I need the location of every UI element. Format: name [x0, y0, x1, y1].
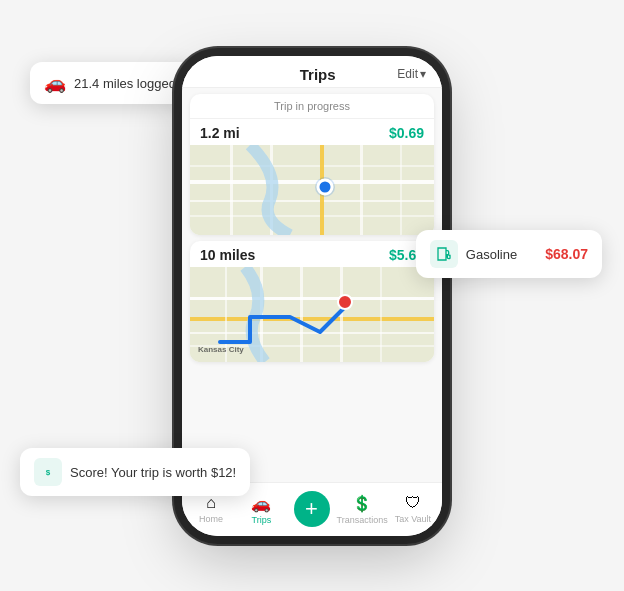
svg-rect-21 [380, 267, 382, 362]
trip-stats-row: 1.2 mi $0.69 [190, 119, 434, 145]
transactions-icon: 💲 [352, 494, 372, 513]
trip-in-progress-card[interactable]: Trip in progress 1.2 mi $0.69 [190, 94, 434, 235]
svg-rect-3 [190, 165, 434, 167]
nav-trips-label: Trips [251, 515, 271, 525]
svg-rect-0 [190, 145, 434, 235]
miles-logged-text: 21.4 miles logged. [74, 76, 180, 91]
completed-trip-distance: 10 miles [200, 247, 255, 263]
city-label: Kansas City [198, 345, 244, 354]
nav-tax-vault[interactable]: 🛡 Tax Vault [388, 494, 438, 524]
edit-button[interactable]: Edit ▾ [397, 67, 426, 81]
svg-point-11 [318, 180, 332, 194]
svg-rect-2 [190, 200, 434, 202]
svg-rect-4 [190, 215, 434, 217]
add-button[interactable]: + [294, 491, 330, 527]
nav-home[interactable]: ⌂ Home [186, 494, 236, 524]
score-icon: $ [34, 458, 62, 486]
trips-icon: 🚗 [251, 494, 271, 513]
trip-status-label: Trip in progress [190, 94, 434, 119]
trip-cost: $0.69 [389, 125, 424, 141]
svg-rect-9 [400, 145, 402, 235]
home-icon: ⌂ [206, 494, 216, 512]
svg-rect-1 [190, 180, 434, 184]
score-card: $ Score! Your trip is worth $12! [20, 448, 250, 496]
nav-tax-label: Tax Vault [395, 514, 431, 524]
svg-rect-5 [230, 145, 233, 235]
completed-trip-stats: 10 miles $5.61 [190, 241, 434, 267]
svg-text:$: $ [46, 468, 51, 477]
gasoline-icon [430, 240, 458, 268]
header-title: Trips [300, 66, 336, 83]
gasoline-amount: $68.07 [545, 246, 588, 262]
nav-transactions[interactable]: 💲 Transactions [337, 494, 388, 525]
trip-distance: 1.2 mi [200, 125, 240, 141]
nav-plus[interactable]: + [286, 491, 336, 527]
svg-point-22 [338, 295, 352, 309]
nav-transactions-label: Transactions [337, 515, 388, 525]
completed-trip-card[interactable]: 10 miles $5.61 [190, 241, 434, 362]
nav-trips[interactable]: 🚗 Trips [236, 494, 286, 525]
completed-trip-map: Kansas City [190, 267, 434, 362]
tax-vault-icon: 🛡 [405, 494, 421, 512]
score-text: Score! Your trip is worth $12! [70, 465, 236, 480]
trip-map [190, 145, 434, 235]
scene: 🚗 21.4 miles logged. Trips Edit ▾ Trip i… [0, 0, 624, 591]
miles-logged-card: 🚗 21.4 miles logged. [30, 62, 194, 104]
svg-rect-19 [300, 267, 303, 362]
svg-rect-20 [340, 267, 343, 362]
nav-home-label: Home [199, 514, 223, 524]
gasoline-label: Gasoline [466, 247, 517, 262]
gasoline-card: Gasoline $68.07 [416, 230, 602, 278]
svg-rect-8 [360, 145, 363, 235]
phone-content: Trip in progress 1.2 mi $0.69 [182, 88, 442, 482]
car-icon: 🚗 [44, 72, 66, 94]
phone-header: Trips Edit ▾ [182, 56, 442, 88]
